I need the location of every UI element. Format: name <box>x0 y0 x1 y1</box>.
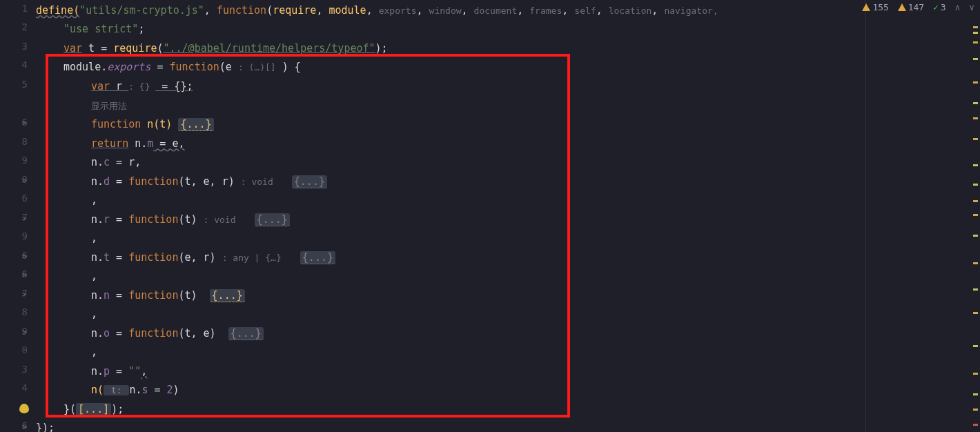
weak-warning-mark-icon[interactable] <box>973 288 978 291</box>
warning-count[interactable]: 147 <box>898 2 924 12</box>
fold-toggle-icon[interactable]: > <box>22 290 27 299</box>
inspections-widget[interactable]: 155 147 3 ∧ ∨ <box>859 2 974 12</box>
token: require <box>273 4 316 17</box>
warning-mark-icon[interactable] <box>973 200 978 202</box>
code-line[interactable]: n.o = function(t, e) {...} <box>36 324 980 344</box>
code-line[interactable]: n.n = function(t) {...} <box>36 286 980 306</box>
token: }); <box>36 422 55 432</box>
fold-toggle-icon[interactable]: > <box>22 119 27 128</box>
fold-toggle-icon[interactable]: > <box>22 214 27 223</box>
code-line[interactable]: var t = require("../@babel/runtime/helpe… <box>36 39 980 59</box>
folded-block[interactable]: {...} <box>178 118 213 131</box>
ok-count[interactable]: 3 <box>933 2 946 12</box>
code-area[interactable]: define("utils/sm-crypto.js", function(re… <box>36 0 980 432</box>
fold-column: > > > > > > > – > <box>22 0 36 432</box>
warning-mark-icon[interactable] <box>973 117 978 119</box>
parameter-hint: t: <box>104 385 129 395</box>
folded-block[interactable]: {...} <box>292 175 327 188</box>
code-line[interactable]: , <box>36 267 980 286</box>
code-line[interactable]: define("utils/sm-crypto.js", function(re… <box>36 1 980 21</box>
weak-warning-mark-icon[interactable] <box>973 32 978 34</box>
weak-warning-mark-icon[interactable] <box>973 235 978 237</box>
weak-warning-mark-icon[interactable] <box>973 58 978 60</box>
fold-toggle-icon[interactable]: > <box>22 328 27 337</box>
error-mark-icon[interactable] <box>973 424 978 426</box>
warning-mark-icon[interactable] <box>973 26 978 28</box>
token: function <box>217 4 266 17</box>
token: function <box>128 327 178 340</box>
weak-warning-mark-icon[interactable] <box>973 164 978 166</box>
folded-block[interactable]: {...} <box>228 327 264 340</box>
weak-warning-mark-icon[interactable] <box>973 345 978 347</box>
token: n <box>104 289 110 302</box>
code-line[interactable]: var r : {} = {}; <box>36 77 980 97</box>
token: exports <box>107 61 150 73</box>
warning-mark-icon[interactable] <box>973 312 978 314</box>
code-line[interactable]: , <box>36 343 980 362</box>
token: ( <box>266 4 273 17</box>
weak-warning-mark-icon[interactable] <box>973 184 978 186</box>
usages-hint[interactable]: 显示用法 <box>91 101 127 111</box>
token: , <box>141 365 147 377</box>
token: = <box>110 365 128 377</box>
warning-mark-icon[interactable] <box>973 373 978 375</box>
token: n(t) <box>141 118 178 130</box>
token: = <box>148 384 166 396</box>
token: , <box>204 4 217 17</box>
token: t <box>104 251 110 264</box>
token: n. <box>128 137 147 150</box>
token: navigator <box>664 6 712 16</box>
warning-count[interactable]: 155 <box>862 2 888 12</box>
weak-warning-mark-icon[interactable] <box>973 102 978 104</box>
code-line[interactable]: }([...]); <box>36 400 980 420</box>
token: d <box>104 175 110 188</box>
code-line[interactable]: n.d = function(t, e, r) : void {...} <box>36 173 980 192</box>
code-line[interactable]: 显示用法 <box>36 97 980 116</box>
warning-mark-icon[interactable] <box>973 409 978 411</box>
token: (e <box>219 61 238 73</box>
warning-mark-icon[interactable] <box>973 214 978 216</box>
code-line[interactable]: n.p = "", <box>36 362 980 382</box>
token: return <box>91 137 128 150</box>
inline-hint: : (…)[] <box>238 62 276 72</box>
code-line[interactable]: n.r = function(t) : void {...} <box>36 210 980 230</box>
code-line[interactable]: n.c = r, <box>36 153 980 173</box>
fold-toggle-icon[interactable]: > <box>22 252 27 261</box>
fold-toggle-icon[interactable]: > <box>22 271 27 279</box>
token: ); <box>111 403 124 415</box>
code-line[interactable]: module.exports = function(e : (…)[] ) { <box>36 58 980 77</box>
code-line[interactable]: return n.m = e, <box>36 135 980 154</box>
token: self <box>574 6 596 16</box>
code-line[interactable]: , <box>36 191 980 210</box>
warning-mark-icon[interactable] <box>973 41 978 43</box>
token: "utils/sm-crypto.js" <box>79 4 204 17</box>
fold-toggle-icon[interactable]: > <box>22 176 27 185</box>
code-line[interactable]: function n(t) {...} <box>36 115 980 135</box>
code-line[interactable]: , <box>36 229 980 248</box>
chevron-up-icon[interactable]: ∧ <box>955 2 961 12</box>
folded-block[interactable]: {...} <box>210 289 245 302</box>
warning-mark-icon[interactable] <box>973 81 978 84</box>
warning-mark-icon[interactable] <box>973 138 978 140</box>
folded-block[interactable]: [...] <box>76 403 111 416</box>
warning-mark-icon[interactable] <box>973 262 978 264</box>
error-stripe-scrollbar[interactable] <box>971 0 978 432</box>
code-line[interactable]: n.t = function(e, r) : any | {…} {...} <box>36 248 980 268</box>
inline-hint: : void <box>241 177 273 187</box>
code-line[interactable]: }); <box>36 419 980 432</box>
token: function <box>128 175 178 188</box>
token: n. <box>91 175 104 188</box>
token: , <box>316 4 329 17</box>
token: var <box>91 80 110 92</box>
folded-block[interactable]: {...} <box>300 251 335 264</box>
intention-bulb-icon[interactable] <box>19 404 29 413</box>
code-line[interactable]: , <box>36 305 980 324</box>
weak-warning-mark-icon[interactable] <box>973 393 978 395</box>
fold-toggle-icon[interactable]: > <box>22 422 27 431</box>
token: , <box>366 4 379 17</box>
code-line[interactable]: "use strict"; <box>36 20 980 39</box>
folded-block[interactable]: {...} <box>255 213 290 226</box>
code-line[interactable]: n( t: n.s = 2) <box>36 381 980 400</box>
code-editor[interactable]: 1 2 3 4 5 6 8 9 0 6 7 9 6 6 7 8 9 0 3 4 … <box>0 0 980 432</box>
token: n( <box>91 384 104 396</box>
